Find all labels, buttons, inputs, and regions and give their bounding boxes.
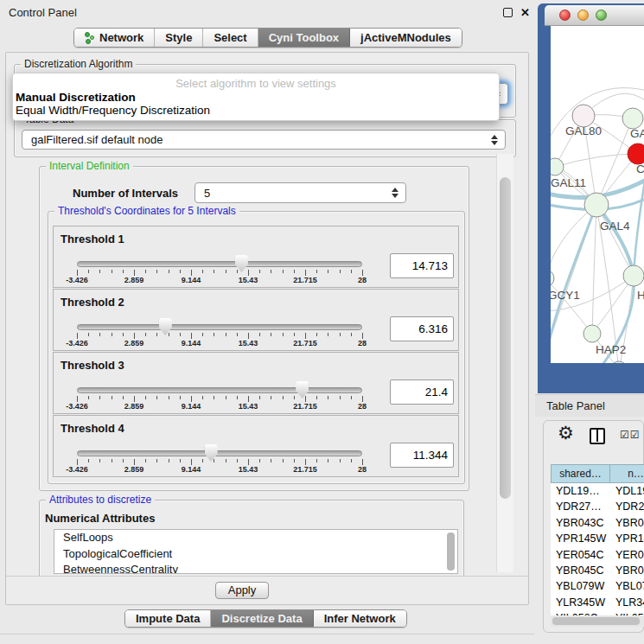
application-root: Control Panel ✕ NetworkStyleSelectCyni T… xyxy=(0,0,644,644)
table-row[interactable]: YBL079WYBL07 xyxy=(551,578,644,594)
num-intervals-combobox[interactable]: 5 xyxy=(194,182,406,203)
network-node-gal4[interactable] xyxy=(584,193,609,217)
threshold-label: Threshold 4 xyxy=(61,422,124,435)
threshold-slider-track[interactable] xyxy=(77,387,362,393)
table-cell[interactable]: YER054C xyxy=(551,547,610,563)
node-label: GCY1 xyxy=(551,289,580,302)
zoom-traffic-light-icon[interactable] xyxy=(596,10,607,21)
table-cell[interactable]: YDR27 xyxy=(610,499,644,514)
threshold-slider-track[interactable] xyxy=(77,261,362,267)
algorithm-dropdown-popup: Select algorithm to view settings Manual… xyxy=(12,73,500,121)
network-node-gal11[interactable] xyxy=(551,158,564,175)
table-row[interactable]: YPR145WYPR14 xyxy=(551,531,644,546)
tab-label: Style xyxy=(165,31,192,44)
table-cell[interactable]: YLR345W xyxy=(551,595,610,610)
column-header-name[interactable]: n… xyxy=(610,464,644,483)
threshold-value-field[interactable]: 11.344 xyxy=(390,443,454,468)
table-row[interactable]: YBR043CYBR04 xyxy=(551,515,644,531)
table-hscrollbar-thumb[interactable] xyxy=(552,617,640,625)
threshold-label: Threshold 1 xyxy=(61,233,124,245)
minimize-traffic-light-icon[interactable] xyxy=(577,10,589,21)
algorithm-group-title: Discretization Algorithm xyxy=(21,58,136,70)
table-cell[interactable]: YBL079W xyxy=(551,578,610,594)
network-node-gcy1[interactable] xyxy=(551,270,554,287)
network-icon xyxy=(85,32,96,44)
threshold-value-field[interactable]: 21.4 xyxy=(390,379,454,405)
interval-definition-title: Interval Definition xyxy=(46,160,133,172)
combo-stepper-icon xyxy=(390,188,400,198)
tab-network[interactable]: Network xyxy=(74,29,155,47)
threshold-value-field[interactable]: 6.316 xyxy=(390,316,454,341)
table-cell[interactable]: YPR145W xyxy=(551,531,610,546)
threshold-label: Threshold 2 xyxy=(61,296,124,309)
node-label: GAL11 xyxy=(551,176,586,189)
combo-stepper-icon xyxy=(489,135,500,145)
table-cell[interactable]: YDR27… xyxy=(551,499,610,514)
table-cell[interactable]: YBR043C xyxy=(551,515,610,531)
tab-impute-data[interactable]: Impute Data xyxy=(125,610,211,627)
slider-tick-labels: -3.4262.8599.14415.4321.71528 xyxy=(77,339,362,348)
table-row[interactable]: YBR045CYBR04 xyxy=(551,563,644,578)
table-cell[interactable]: YBR04 xyxy=(610,515,644,531)
table-cell[interactable]: YLR34 xyxy=(610,595,644,610)
algorithm-placeholder-option[interactable]: Select algorithm to view settings xyxy=(13,75,499,91)
select-columns-icon[interactable]: ☑☑ xyxy=(620,429,641,441)
attribute-item-selfloops[interactable]: SelfLoops xyxy=(54,530,457,546)
node-label: H xyxy=(637,289,644,302)
network-node-hap2[interactable] xyxy=(583,325,601,342)
tab-discretize-data[interactable]: Discretize Data xyxy=(211,610,313,627)
table-data-combobox[interactable]: galFiltered.sif default node xyxy=(22,130,506,150)
table-cell[interactable]: YPR14 xyxy=(610,531,644,546)
table-cell[interactable]: YBR045C xyxy=(551,563,610,578)
node-label: GAL80 xyxy=(565,124,602,137)
column-header-shared-name[interactable]: shared… xyxy=(551,464,610,483)
table-cell[interactable]: YDL19… xyxy=(551,483,610,499)
tab-infer-network[interactable]: Infer Network xyxy=(314,610,406,627)
numerical-attributes-list[interactable]: SelfLoopsTopologicalCoefficientBetweenne… xyxy=(54,529,458,574)
close-icon[interactable]: ✕ xyxy=(520,8,530,17)
attribute-item-topologicalcoefficient[interactable]: TopologicalCoefficient xyxy=(54,546,457,563)
table-cell[interactable]: YER05 xyxy=(610,547,644,563)
table-row[interactable]: YDL19…YDL19 xyxy=(551,483,644,499)
tab-style[interactable]: Style xyxy=(155,29,203,47)
table-hscrollbar-track[interactable] xyxy=(551,615,644,627)
panel-scrollbar-thumb[interactable] xyxy=(500,177,511,499)
tab-label: Discretize Data xyxy=(221,612,302,625)
threshold-value-field[interactable]: 14.713 xyxy=(390,253,454,278)
node-label-clipped: C xyxy=(636,163,644,175)
network-node[interactable] xyxy=(622,108,643,129)
top-tab-bar: NetworkStyleSelectCyni ToolboxjActiveMNo… xyxy=(73,28,462,48)
column-layout-icon[interactable] xyxy=(590,428,605,444)
tab-select[interactable]: Select xyxy=(203,29,258,47)
table-cell[interactable]: YDL19 xyxy=(610,483,644,499)
apply-button[interactable]: Apply xyxy=(215,582,269,599)
table-row[interactable]: YLR345WYLR34 xyxy=(551,595,644,610)
num-intervals-label: Number of Intervals xyxy=(73,187,178,200)
threshold-slider-track[interactable] xyxy=(77,324,362,330)
attribute-item-betweennesscentrality[interactable]: BetweennessCentrality xyxy=(54,562,457,574)
network-window-titlebar[interactable] xyxy=(545,5,644,26)
algorithm-option-manual-discretization[interactable]: Manual Discretization xyxy=(13,91,499,104)
gear-icon[interactable]: ⚙ xyxy=(558,423,574,443)
algorithm-option-equal-width-frequency-discretization[interactable]: Equal Width/Frequency Discretization xyxy=(13,104,499,117)
float-window-icon[interactable] xyxy=(503,8,513,17)
threshold-slider-track[interactable] xyxy=(77,450,362,456)
node-attribute-table[interactable]: shared…n…YDL19…YDL19YDR27…YDR27YBR043CYB… xyxy=(551,464,644,616)
tab-jactivemnodules[interactable]: jActiveMNodules xyxy=(350,29,462,47)
tab-cyni-toolbox[interactable]: Cyni Toolbox xyxy=(258,29,350,47)
network-edge xyxy=(592,205,596,334)
table-cell[interactable]: YBR04 xyxy=(610,563,644,578)
table-panel-body: ⚙ ☑☑ shared…n…YDL19…YDL19YDR27…YDR27YBR0… xyxy=(543,420,644,633)
network-canvas[interactable]: GAL80GAL11GAL4GCY1HHAP2GAC xyxy=(551,26,644,363)
threshold-row-3: Threshold 3-3.4262.8599.14415.4321.71528… xyxy=(53,352,459,414)
attributes-group-title: Attributes to discretize xyxy=(46,494,155,506)
panel-scrollbar-track[interactable] xyxy=(496,154,513,572)
table-row[interactable]: YDR27…YDR27 xyxy=(551,499,644,514)
close-traffic-light-icon[interactable] xyxy=(559,10,571,21)
network-node[interactable] xyxy=(628,143,644,164)
node-label-clipped: GA xyxy=(630,127,644,140)
attributes-list-scrollbar[interactable] xyxy=(447,532,455,571)
table-row[interactable]: YER054CYER05 xyxy=(551,547,644,563)
table-cell[interactable]: YBL07 xyxy=(610,578,644,594)
network-node-h[interactable] xyxy=(623,265,644,286)
